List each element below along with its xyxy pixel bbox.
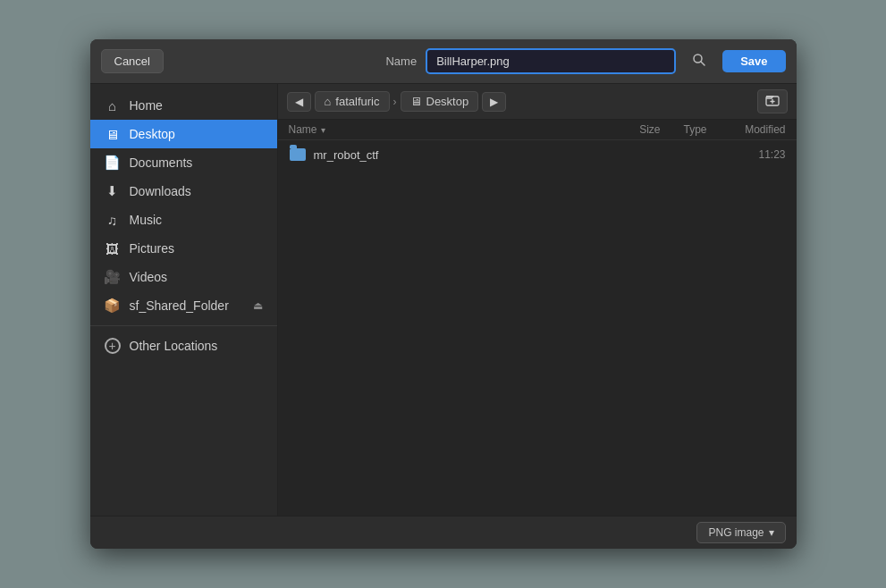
sidebar-item-other-locations[interactable]: + Other Locations	[90, 332, 277, 360]
sidebar-item-home[interactable]: ⌂ Home	[90, 91, 277, 120]
other-locations-label: Other Locations	[130, 339, 218, 353]
eject-icon: ⏏	[253, 299, 263, 312]
breadcrumb-desktop-label: Desktop	[426, 95, 469, 108]
save-button[interactable]: Save	[722, 50, 785, 72]
back-button[interactable]: ◀	[287, 92, 311, 112]
file-modified: 11:23	[714, 148, 786, 161]
desktop-breadcrumb-icon: 🖥	[410, 95, 422, 108]
column-headers: Name ▾ Size Type Modified	[278, 120, 797, 140]
breadcrumb-home[interactable]: ⌂ fatalfuric	[315, 91, 390, 112]
sort-arrow: ▾	[321, 125, 325, 135]
sidebar-item-label: Documents	[130, 155, 193, 170]
sidebar-item-documents[interactable]: 📄 Documents	[90, 148, 277, 177]
sidebar-item-downloads[interactable]: ⬇ Downloads	[90, 177, 277, 206]
videos-icon: 🎥	[105, 269, 121, 285]
music-icon: ♫	[105, 212, 121, 228]
format-label: PNG image	[708, 526, 764, 539]
sidebar: ⌂ Home 🖥 Desktop 📄 Documents ⬇ Downloads…	[90, 84, 278, 516]
sidebar-item-shared[interactable]: 📦 sf_Shared_Folder ⏏	[90, 291, 277, 320]
sidebar-item-label: Videos	[130, 270, 168, 284]
dialog-body: ⌂ Home 🖥 Desktop 📄 Documents ⬇ Downloads…	[90, 84, 797, 516]
table-row[interactable]: mr_robot_ctf 11:23	[278, 140, 797, 169]
main-panel: ◀ ⌂ fatalfuric › 🖥 Desktop ▶	[278, 84, 797, 516]
plus-icon: +	[105, 338, 121, 354]
file-name: mr_robot_ctf	[314, 148, 714, 162]
sidebar-item-label: Downloads	[130, 184, 191, 198]
new-folder-button[interactable]	[757, 89, 788, 113]
sidebar-item-music[interactable]: ♫ Music	[90, 206, 277, 234]
breadcrumb-home-label: fatalfuric	[335, 95, 379, 108]
col-header-type[interactable]: Type	[661, 123, 714, 136]
downloads-icon: ⬇	[105, 183, 121, 199]
col-header-modified[interactable]: Modified	[714, 123, 786, 136]
name-label: Name	[385, 55, 417, 68]
sidebar-item-videos[interactable]: 🎥 Videos	[90, 263, 277, 291]
dialog-footer: PNG image ▾	[90, 516, 797, 549]
dialog-header: Cancel Name Save	[90, 39, 797, 84]
svg-line-1	[701, 62, 705, 65]
sidebar-item-label: sf_Shared_Folder	[130, 298, 229, 313]
col-header-name[interactable]: Name ▾	[289, 123, 607, 136]
filename-input[interactable]	[426, 48, 676, 74]
col-header-size[interactable]: Size	[607, 123, 661, 136]
sidebar-item-label: Pictures	[130, 241, 175, 256]
home-breadcrumb-icon: ⌂	[325, 95, 332, 108]
breadcrumb-separator: ›	[393, 96, 397, 108]
pictures-icon: 🖼	[105, 240, 121, 256]
search-icon	[692, 53, 706, 67]
file-save-dialog: Cancel Name Save ⌂ Home 🖥 Desktop 📄 Docu	[90, 39, 797, 549]
sidebar-item-pictures[interactable]: 🖼 Pictures	[90, 234, 277, 263]
desktop-icon: 🖥	[105, 126, 121, 142]
format-dropdown[interactable]: PNG image ▾	[696, 522, 785, 543]
home-icon: ⌂	[105, 97, 121, 113]
cancel-button[interactable]: Cancel	[101, 49, 164, 73]
search-button[interactable]	[685, 49, 713, 74]
dropdown-arrow-icon: ▾	[769, 526, 774, 539]
sidebar-divider	[90, 325, 277, 326]
shared-icon: 📦	[105, 298, 121, 314]
folder-icon	[289, 146, 307, 164]
sidebar-item-desktop[interactable]: 🖥 Desktop	[90, 120, 277, 148]
breadcrumb-desktop[interactable]: 🖥 Desktop	[401, 91, 479, 112]
forward-button[interactable]: ▶	[482, 92, 506, 112]
file-list: mr_robot_ctf 11:23	[278, 140, 797, 516]
sidebar-item-label: Music	[130, 213, 163, 227]
breadcrumb: ◀ ⌂ fatalfuric › 🖥 Desktop ▶	[278, 84, 797, 120]
documents-icon: 📄	[105, 155, 121, 171]
sidebar-item-label: Home	[130, 98, 163, 113]
new-folder-icon	[765, 93, 780, 107]
sidebar-item-label: Desktop	[130, 127, 175, 141]
